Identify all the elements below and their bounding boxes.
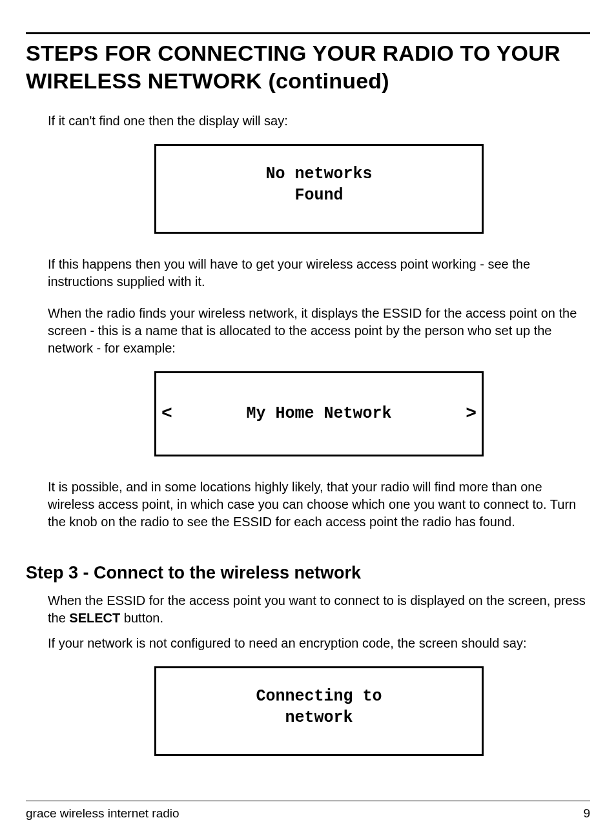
body-content: If it can't find one then the display wi…	[26, 112, 590, 531]
paragraph: When the radio finds your wireless netwo…	[48, 305, 590, 357]
title-line-1: STEPS FOR CONNECTING YOUR RADIO TO YOUR	[26, 41, 560, 65]
lcd-display-no-networks: No networks Found	[154, 144, 484, 234]
footer-title: grace wireless internet radio	[26, 806, 180, 821]
display-line: Connecting to	[256, 687, 382, 706]
footer-rule	[26, 801, 590, 801]
paragraph: When the ESSID for the access point you …	[48, 592, 590, 627]
display-line: My Home Network	[172, 404, 466, 425]
top-rule	[26, 32, 590, 34]
paragraph: It is possible, and in some locations hi…	[48, 478, 590, 531]
page-number: 9	[583, 806, 590, 821]
text-run: button.	[120, 611, 163, 625]
lcd-display-essid: < My Home Network >	[154, 371, 484, 456]
paragraph: If it can't find one then the display wi…	[48, 112, 590, 130]
footer-row: grace wireless internet radio 9	[26, 806, 590, 821]
left-arrow-icon: <	[161, 402, 172, 425]
lcd-display-connecting: Connecting to network	[154, 666, 484, 756]
right-arrow-icon: >	[466, 402, 477, 425]
display-line: Found	[294, 186, 343, 205]
paragraph: If this happens then you will have to ge…	[48, 256, 590, 291]
display-line: No networks	[265, 165, 372, 183]
select-button-label: SELECT	[69, 611, 120, 625]
page-footer: grace wireless internet radio 9	[26, 801, 590, 821]
manual-page: STEPS FOR CONNECTING YOUR RADIO TO YOUR …	[0, 0, 616, 840]
display-line: network	[285, 708, 353, 727]
title-line-2: WIRELESS NETWORK (continued)	[26, 68, 389, 93]
body-content: When the ESSID for the access point you …	[26, 592, 590, 756]
paragraph: If your network is not configured to nee…	[48, 635, 590, 652]
page-title: STEPS FOR CONNECTING YOUR RADIO TO YOUR …	[26, 39, 590, 94]
step-heading: Step 3 - Connect to the wireless network	[26, 563, 590, 583]
